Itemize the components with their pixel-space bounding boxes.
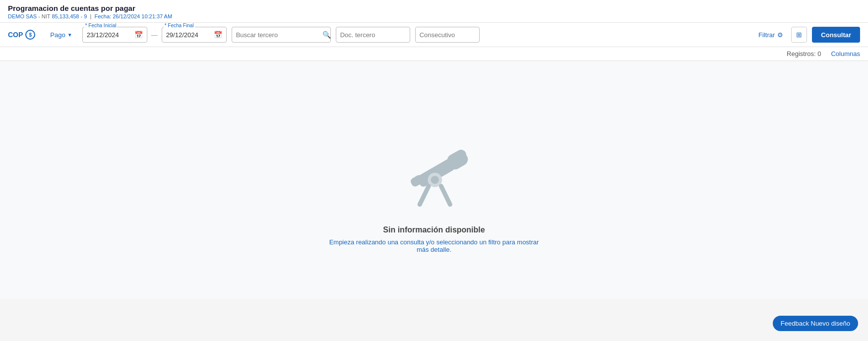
columns-label: Columnas bbox=[831, 50, 860, 57]
consultar-button[interactable]: Consultar bbox=[812, 27, 860, 43]
no-data-illustration bbox=[389, 126, 479, 216]
doc-tercero-input[interactable] bbox=[336, 27, 410, 43]
svg-line-5 bbox=[420, 186, 429, 205]
fecha-final-input[interactable] bbox=[166, 31, 211, 39]
chevron-down-icon: ▼ bbox=[67, 32, 72, 38]
page-subtitle: DEMO SAS - NIT 85,133,458 - 9 | Fecha: 2… bbox=[8, 13, 860, 19]
fecha-label: Fecha: bbox=[94, 13, 111, 19]
excel-icon: ⊞ bbox=[796, 31, 802, 39]
fecha-inicial-field: * Fecha Inicial 📅 bbox=[82, 27, 147, 43]
consultar-label: Consultar bbox=[821, 31, 851, 39]
no-data-subtitle: Empieza realizando una consulta y/o sele… bbox=[322, 238, 546, 253]
fecha-inicial-label: * Fecha Inicial bbox=[84, 23, 118, 28]
records-label: Registros: bbox=[787, 50, 816, 57]
company-nit: 85,133,458 - 9 bbox=[52, 13, 87, 19]
records-value: 0 bbox=[817, 50, 821, 57]
company-name: DEMO SAS bbox=[8, 13, 37, 19]
consecutivo-input[interactable] bbox=[415, 27, 480, 43]
toolbar: COP $ Pago ▼ * Fecha Inicial 📅 — * Fecha… bbox=[0, 23, 868, 47]
buscar-tercero-input[interactable] bbox=[236, 31, 319, 39]
fecha-final-input-wrap[interactable]: 📅 bbox=[162, 27, 227, 43]
calendar-icon[interactable]: 📅 bbox=[134, 31, 143, 39]
page-title: Programacion de cuentas por pagar bbox=[8, 4, 860, 12]
fecha-inicial-input-wrap[interactable]: 📅 bbox=[82, 27, 147, 43]
records-bar: Registros: 0 Columnas bbox=[0, 47, 868, 61]
search-icon: 🔍 bbox=[322, 31, 331, 39]
fecha-final-field: * Fecha Final 📅 bbox=[162, 27, 227, 43]
filtrar-label: Filtrar bbox=[758, 31, 775, 39]
pago-label: Pago bbox=[50, 31, 65, 39]
calendar-icon-2[interactable]: 📅 bbox=[214, 31, 222, 39]
excel-button[interactable]: ⊞ bbox=[791, 27, 807, 43]
fecha-inicial-input[interactable] bbox=[87, 31, 131, 39]
page-header: Programacion de cuentas por pagar DEMO S… bbox=[0, 0, 868, 23]
no-data-title: Sin información disponible bbox=[383, 226, 485, 234]
columns-button[interactable]: Columnas bbox=[831, 50, 860, 57]
currency-selector[interactable]: COP $ bbox=[8, 30, 35, 40]
buscar-tercero-field[interactable]: 🔍 bbox=[232, 27, 331, 43]
date-separator: — bbox=[151, 31, 158, 39]
date-range-group: * Fecha Inicial 📅 — * Fecha Final 📅 bbox=[82, 27, 227, 43]
fecha-final-label: * Fecha Final bbox=[164, 23, 195, 28]
svg-line-6 bbox=[441, 186, 450, 205]
currency-label: COP bbox=[8, 31, 23, 39]
pago-dropdown[interactable]: Pago ▼ bbox=[50, 31, 72, 39]
filter-icon: ⚙ bbox=[777, 31, 783, 39]
main-content: Sin información disponible Empieza reali… bbox=[0, 61, 868, 299]
filtrar-button[interactable]: Filtrar ⚙ bbox=[755, 29, 786, 41]
records-count: Registros: 0 bbox=[787, 50, 821, 57]
fecha-value: 26/12/2024 10:21:37 AM bbox=[113, 13, 172, 19]
currency-icon: $ bbox=[25, 30, 35, 40]
svg-point-4 bbox=[431, 176, 439, 184]
